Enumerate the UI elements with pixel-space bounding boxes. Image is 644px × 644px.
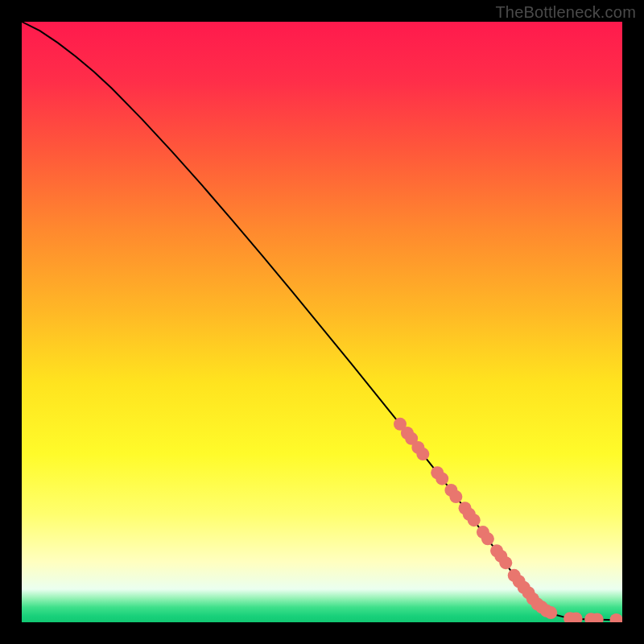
data-marker: [499, 556, 512, 569]
gradient-background: [22, 22, 622, 622]
data-marker: [468, 514, 481, 526]
watermark-label: TheBottleneck.com: [495, 3, 636, 22]
data-marker: [449, 490, 462, 503]
data-marker: [436, 473, 448, 485]
data-marker: [544, 606, 557, 619]
chart-stage: TheBottleneck.com: [0, 0, 644, 644]
data-marker: [481, 532, 494, 545]
plot-svg: [22, 22, 622, 622]
data-marker: [416, 448, 429, 460]
plot-area: [22, 22, 622, 622]
